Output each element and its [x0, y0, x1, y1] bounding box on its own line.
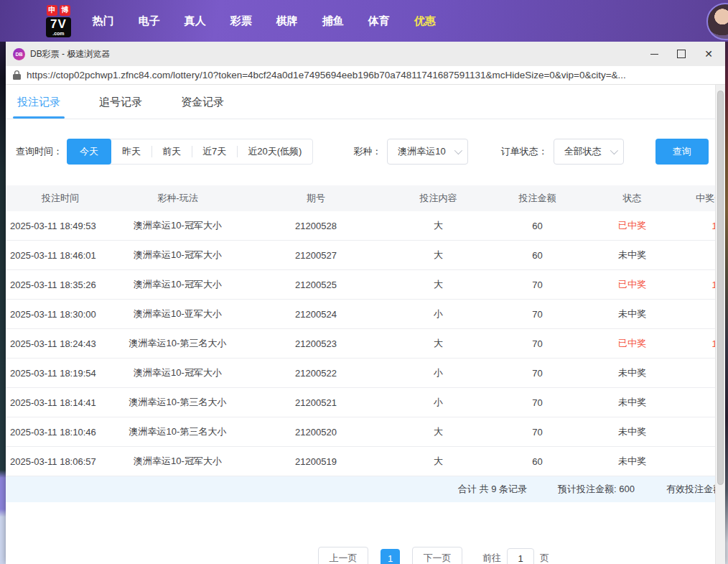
prev-page-button[interactable]: 上一页 [318, 547, 368, 564]
next-page-button[interactable]: 下一页 [412, 547, 462, 564]
maximize-button[interactable] [668, 42, 695, 66]
query-button[interactable]: 查询 [655, 139, 709, 165]
site-logo[interactable]: 申 博 7V .com [46, 5, 71, 37]
tab[interactable]: 投注记录 [14, 96, 63, 119]
cell-amount: 60 [485, 447, 589, 476]
close-button[interactable]: ✕ [695, 42, 722, 66]
table-row: 2025-03-11 18:35:26 澳洲幸运10-冠军大小 21200525… [6, 270, 725, 300]
table-header-cell: 投注时间 [6, 185, 115, 211]
minimize-button[interactable] [640, 42, 668, 66]
user-avatar[interactable] [706, 3, 728, 40]
cell-amount: 70 [485, 417, 589, 447]
chevron-down-icon [610, 147, 618, 154]
logo-box: 7V .com [46, 17, 71, 37]
query-time-label: 查询时间： [16, 145, 62, 158]
time-range-option[interactable]: 近20天(低频) [237, 139, 312, 164]
browser-window: DB DB彩票 - 极速浏览器 ✕ https://ctop02pchwp1.z… [6, 42, 725, 564]
cell-issue: 21200519 [241, 447, 391, 476]
tab[interactable]: 资金记录 [178, 96, 227, 119]
summary-bar: 合计 共 9 条记录 预计投注金额: 600 有效投注金额 [6, 476, 725, 502]
nav-item[interactable]: 优惠 [414, 14, 436, 28]
bet-records-table-wrap: 投注时间彩种-玩法期号投注内容投注金额状态中奖金额 2025-03-11 18:… [6, 185, 725, 502]
cell-issue: 21200520 [241, 417, 391, 447]
cell-status: 未中奖 [589, 417, 675, 447]
time-range-option[interactable]: 前天 [151, 139, 192, 164]
cell-content: 大 [391, 417, 485, 447]
table-row: 2025-03-11 18:24:43 澳洲幸运10-第三名大小 2120052… [6, 329, 725, 359]
time-range-option[interactable]: 近7天 [192, 139, 237, 164]
cell-amount: 60 [485, 241, 589, 270]
cell-bet-time: 2025-03-11 18:14:41 [6, 388, 115, 417]
lottery-label: 彩种： [353, 145, 381, 158]
site-nav: 热门电子真人彩票棋牌捕鱼体育优惠 [93, 14, 436, 28]
time-range-option[interactable]: 昨天 [111, 139, 151, 164]
cell-game: 澳洲幸运10-冠军大小 [115, 359, 241, 388]
table-row: 2025-03-11 18:14:41 澳洲幸运10-第三名大小 2120052… [6, 388, 725, 417]
close-icon: ✕ [704, 49, 713, 59]
cell-content: 小 [391, 300, 485, 329]
cell-status: 未中奖 [589, 447, 675, 476]
logo-brand: 7V [50, 18, 67, 30]
nav-item[interactable]: 热门 [93, 14, 114, 28]
cell-content: 大 [391, 329, 485, 359]
nav-item[interactable]: 真人 [185, 14, 206, 28]
summary-valid-amount: 有效投注金额 [666, 483, 722, 496]
background-page-right-edge [725, 42, 728, 564]
lottery-select[interactable]: 澳洲幸运10 [387, 139, 467, 165]
cell-issue: 21200522 [241, 359, 391, 388]
cell-issue: 21200523 [241, 329, 391, 359]
order-status-label: 订单状态： [501, 145, 548, 158]
table-header-cell: 投注金额 [485, 185, 589, 211]
order-status-value: 全部状态 [564, 145, 602, 158]
table-header-cell: 期号 [241, 185, 391, 211]
cell-content: 大 [391, 270, 485, 300]
cell-bet-time: 2025-03-11 18:49:53 [6, 211, 115, 241]
window-title: DB彩票 - 极速浏览器 [30, 48, 110, 60]
time-range-option[interactable]: 今天 [67, 139, 111, 165]
cell-game: 澳洲幸运10-第三名大小 [115, 329, 241, 359]
cell-game: 澳洲幸运10-冠军大小 [115, 241, 241, 270]
cell-amount: 70 [485, 300, 589, 329]
cell-game: 澳洲幸运10-亚军大小 [115, 300, 241, 329]
scrollbar-thumb[interactable] [717, 91, 724, 485]
order-status-select[interactable]: 全部状态 [554, 139, 624, 165]
filter-bar: 查询时间： 今天昨天前天近7天近20天(低频) 彩种： 澳洲幸运10 订单状态：… [16, 139, 725, 165]
nav-item[interactable]: 捕鱼 [322, 14, 344, 28]
page-unit-label: 页 [540, 552, 549, 564]
cell-content: 大 [391, 447, 485, 476]
cell-issue: 21200525 [241, 270, 391, 300]
table-header-cell: 投注内容 [391, 185, 485, 211]
cell-game: 澳洲幸运10-冠军大小 [115, 447, 241, 476]
table-header-row: 投注时间彩种-玩法期号投注内容投注金额状态中奖金额 [6, 185, 725, 211]
url-bar[interactable]: https://ctop02pchwp1.zfnc84.com/lottery/… [6, 66, 725, 85]
cell-content: 大 [391, 211, 485, 241]
table-row: 2025-03-11 18:06:57 澳洲幸运10-冠军大小 21200519… [6, 447, 725, 476]
cell-content: 大 [391, 241, 485, 270]
table-body: 2025-03-11 18:49:53 澳洲幸运10-冠军大小 21200528… [6, 211, 725, 476]
cell-issue: 21200524 [241, 300, 391, 329]
cell-bet-time: 2025-03-11 18:10:46 [6, 417, 115, 447]
goto-page-input[interactable] [507, 548, 534, 564]
pagination: 上一页 1 下一页 前往 页 [318, 547, 549, 564]
site-top-bar: 申 博 7V .com 热门电子真人彩票棋牌捕鱼体育优惠 [0, 0, 728, 42]
cell-game: 澳洲幸运10-第三名大小 [115, 417, 241, 447]
current-page-button[interactable]: 1 [381, 549, 400, 564]
nav-item[interactable]: 彩票 [230, 14, 252, 28]
logo-badge-shen: 申 [47, 5, 57, 16]
cell-amount: 70 [485, 329, 589, 359]
maximize-icon [677, 50, 686, 58]
cell-status: 已中奖 [589, 270, 675, 300]
nav-item[interactable]: 体育 [368, 14, 390, 28]
time-range-segment: 今天昨天前天近7天近20天(低频) [67, 139, 313, 165]
logo-badge-bo: 博 [60, 5, 70, 16]
goto-page-label: 前往 [482, 552, 501, 564]
cell-issue: 21200528 [241, 211, 391, 241]
vertical-scrollbar[interactable] [715, 85, 725, 564]
table-header-cell: 彩种-玩法 [115, 185, 241, 211]
tab[interactable]: 追号记录 [96, 96, 145, 119]
table-row: 2025-03-11 18:46:01 澳洲幸运10-冠军大小 21200527… [6, 241, 725, 270]
record-tabs: 投注记录追号记录资金记录 [6, 85, 725, 119]
nav-item[interactable]: 棋牌 [276, 14, 298, 28]
nav-item[interactable]: 电子 [139, 14, 160, 28]
lock-icon [13, 70, 21, 80]
